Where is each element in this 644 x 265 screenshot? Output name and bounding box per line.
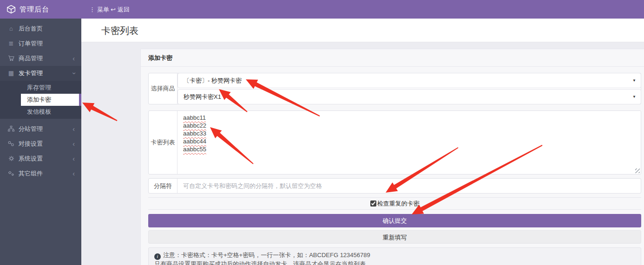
card-list-textarea[interactable]: aabbc11aabbc22aabbc33aabbc44aabbc55 bbox=[177, 111, 641, 174]
sidebar-subitem-add-card[interactable]: 添加卡密 bbox=[21, 94, 81, 106]
note-line-2: 只有商品设置里面购买成功后的动作选择自动发卡，该商品才会显示在当前列表 bbox=[154, 260, 635, 265]
chevron-left-icon: ‹ bbox=[72, 51, 75, 66]
info-icon: i bbox=[154, 253, 161, 260]
card-line[interactable]: aabbc33 bbox=[183, 129, 206, 137]
sidebar-item-substation[interactable]: 分站管理 ‹ bbox=[0, 122, 81, 136]
sidebar-item-home[interactable]: ⌂ 后台首页 bbox=[0, 21, 81, 36]
chevron-left-icon: ‹ bbox=[72, 151, 75, 166]
sidebar-item-other-components[interactable]: 其它组件 ‹ bbox=[0, 166, 81, 181]
reset-button[interactable]: 重新填写 bbox=[148, 230, 641, 244]
chevron-left-icon: ‹ bbox=[72, 166, 75, 181]
sidebar-item-system-settings[interactable]: 系统设置 ‹ bbox=[0, 151, 81, 166]
duplicate-checkbox-label[interactable]: 检查重复的卡密 bbox=[370, 200, 420, 208]
sidebar-subitem-stock[interactable]: 库存管理 bbox=[0, 82, 81, 94]
card-line[interactable]: aabbc11 bbox=[183, 114, 206, 122]
add-card-panel: 添加卡密 选择商品 〔卡密〕- 秒赞网卡密 ▼ 秒赞网卡密X1 ▼ 卡密列表 a… bbox=[140, 49, 644, 265]
sidebar-item-orders[interactable]: ≣ 订单管理 bbox=[0, 36, 81, 51]
textarea-resize-handle[interactable] bbox=[635, 168, 640, 173]
chevron-left-icon: ‹ bbox=[72, 122, 75, 136]
sidebar-item-products[interactable]: 商品管理 ‹ bbox=[0, 51, 81, 66]
separator-input[interactable] bbox=[177, 179, 641, 193]
separator-row: 分隔符 bbox=[148, 178, 641, 194]
duplicate-check-row: 检查重复的卡密 bbox=[148, 197, 641, 210]
back-button[interactable]: ↩返回 bbox=[111, 6, 130, 14]
home-icon: ⌂ bbox=[7, 21, 15, 36]
order-list-icon: ≣ bbox=[7, 36, 15, 51]
sidebar-item-card-management[interactable]: ▦ 发卡管理 ‹ bbox=[0, 66, 81, 81]
grid-icon: ▦ bbox=[7, 66, 15, 81]
app-logo-cube-icon bbox=[6, 4, 16, 14]
sidebar-item-integration[interactable]: 对接设置 ‹ bbox=[0, 136, 81, 151]
chevron-down-icon: ‹ bbox=[72, 66, 75, 81]
separator-label: 分隔符 bbox=[149, 179, 177, 193]
shopping-cart-icon bbox=[7, 51, 15, 66]
page-title-band: 卡密列表 bbox=[81, 19, 644, 42]
card-list-label: 卡密列表 bbox=[149, 111, 177, 174]
top-header-bar: 管理后台 ⋮菜单 ↩返回 bbox=[0, 0, 644, 19]
gears-icon bbox=[7, 166, 15, 181]
menu-list-icon: ⋮ bbox=[89, 6, 95, 13]
card-management-submenu: 库存管理 添加卡密 发信模板 bbox=[0, 81, 81, 119]
select-caret-icon: ▼ bbox=[632, 90, 636, 104]
integration-link-icon bbox=[7, 136, 15, 151]
panel-header: 添加卡密 bbox=[141, 49, 644, 67]
duplicate-checkbox[interactable] bbox=[370, 200, 376, 207]
submit-button[interactable]: 确认提交 bbox=[148, 214, 641, 227]
note-line-1: i注意：卡密格式：卡号+空格+密码，一行一张卡，如：ABCDEFG 123456… bbox=[154, 251, 635, 260]
card-line[interactable]: aabbc55 bbox=[183, 145, 206, 153]
app-title: 管理后台 bbox=[20, 5, 49, 14]
annotation-arrow-sidebar-add-card bbox=[82, 103, 118, 121]
chevron-left-icon: ‹ bbox=[72, 136, 75, 151]
product-item-select[interactable]: 秒赞网卡密X1 ▼ bbox=[177, 89, 641, 104]
sidebar: ⌂ 后台首页 ≣ 订单管理 商品管理 ‹ ▦ 发卡管理 ‹ 库存管理 添加卡密 … bbox=[0, 19, 81, 265]
sitemap-icon bbox=[7, 122, 15, 136]
page-title: 卡密列表 bbox=[101, 25, 138, 37]
product-select-label: 选择商品 bbox=[149, 73, 177, 104]
note-box: i注意：卡密格式：卡号+空格+密码，一行一张卡，如：ABCDEFG 123456… bbox=[148, 247, 641, 265]
product-category-select[interactable]: 〔卡密〕- 秒赞网卡密 ▼ bbox=[177, 73, 641, 88]
card-list-row: 卡密列表 aabbc11aabbc22aabbc33aabbc44aabbc55 bbox=[148, 110, 641, 175]
card-line[interactable]: aabbc22 bbox=[183, 122, 206, 129]
back-arrow-icon: ↩ bbox=[111, 6, 116, 13]
gear-icon bbox=[7, 151, 15, 166]
product-select-row: 选择商品 〔卡密〕- 秒赞网卡密 ▼ 秒赞网卡密X1 ▼ bbox=[148, 73, 641, 104]
sidebar-subitem-mail-template[interactable]: 发信模板 bbox=[0, 106, 81, 118]
select-caret-icon: ▼ bbox=[632, 73, 636, 88]
menu-button[interactable]: ⋮菜单 bbox=[89, 6, 109, 14]
card-line[interactable]: aabbc44 bbox=[183, 137, 206, 145]
